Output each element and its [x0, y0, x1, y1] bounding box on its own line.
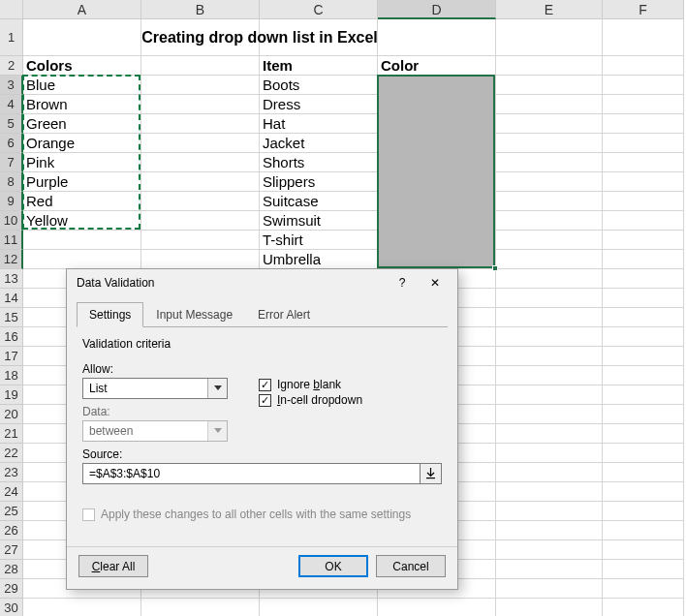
cell-E19[interactable] — [496, 385, 603, 405]
col-header-C[interactable]: C — [260, 0, 378, 19]
row-header[interactable]: 12 — [0, 250, 23, 269]
cell-C2[interactable]: Item — [260, 56, 378, 76]
cell-A12[interactable] — [23, 250, 141, 269]
cell-F4[interactable] — [603, 95, 684, 114]
row-header[interactable]: 22 — [0, 444, 23, 463]
cell-F10[interactable] — [603, 211, 684, 231]
cancel-button[interactable]: Cancel — [376, 555, 446, 577]
cell-F7[interactable] — [603, 153, 684, 172]
cell-F9[interactable] — [603, 192, 684, 211]
allow-select[interactable]: List — [82, 378, 228, 399]
col-header-E[interactable]: E — [496, 0, 603, 19]
cell-E13[interactable] — [496, 269, 603, 289]
cell-A3[interactable]: Blue — [23, 76, 141, 95]
cell-E25[interactable] — [496, 502, 603, 521]
cell-B30[interactable] — [141, 599, 260, 616]
row-header[interactable]: 29 — [0, 579, 23, 599]
select-all-corner[interactable] — [0, 0, 23, 19]
row-header[interactable]: 19 — [0, 385, 23, 405]
col-header-B[interactable]: B — [141, 0, 260, 19]
cell-F19[interactable] — [603, 385, 684, 405]
row-header[interactable]: 4 — [0, 95, 23, 114]
cell-B11[interactable] — [141, 231, 260, 250]
row-header[interactable]: 2 — [0, 56, 23, 76]
cell-A7[interactable]: Pink — [23, 153, 141, 172]
row-header[interactable]: 28 — [0, 560, 23, 579]
cell-E26[interactable] — [496, 521, 603, 540]
cell-F13[interactable] — [603, 269, 684, 289]
row-header[interactable]: 9 — [0, 192, 23, 211]
row-header[interactable]: 3 — [0, 76, 23, 95]
cell-C12[interactable]: Umbrella — [260, 250, 378, 269]
row-header[interactable]: 20 — [0, 405, 23, 424]
cell-B3[interactable] — [141, 76, 260, 95]
tab-settings[interactable]: Settings — [77, 302, 143, 327]
cell-F2[interactable] — [603, 56, 684, 76]
cell-F6[interactable] — [603, 134, 684, 153]
row-header[interactable]: 6 — [0, 134, 23, 153]
cell-D7[interactable] — [378, 153, 496, 172]
cell-E23[interactable] — [496, 463, 603, 482]
cell-A5[interactable]: Green — [23, 114, 141, 134]
cell-F29[interactable] — [603, 579, 684, 599]
row-header[interactable]: 16 — [0, 327, 23, 347]
help-button[interactable]: ? — [386, 271, 419, 294]
cell-B6[interactable] — [141, 134, 260, 153]
cell-C4[interactable]: Dress — [260, 95, 378, 114]
col-header-F[interactable]: F — [603, 0, 684, 19]
cell-E7[interactable] — [496, 153, 603, 172]
cell-D8[interactable] — [378, 172, 496, 192]
cell-C9[interactable]: Suitcase — [260, 192, 378, 211]
col-header-A[interactable]: A — [23, 0, 141, 19]
cell-B7[interactable] — [141, 153, 260, 172]
cell-E29[interactable] — [496, 579, 603, 599]
cell-E17[interactable] — [496, 347, 603, 366]
cell-F22[interactable] — [603, 444, 684, 463]
cell-C10[interactable]: Swimsuit — [260, 211, 378, 231]
cell-A4[interactable]: Brown — [23, 95, 141, 114]
cell-D6[interactable] — [378, 134, 496, 153]
cell-A11[interactable] — [23, 231, 141, 250]
cell-A6[interactable]: Orange — [23, 134, 141, 153]
cell-F3[interactable] — [603, 76, 684, 95]
dialog-titlebar[interactable]: Data Validation ? ✕ — [67, 269, 457, 296]
cell-D30[interactable] — [378, 599, 496, 616]
row-header[interactable]: 23 — [0, 463, 23, 482]
close-button[interactable]: ✕ — [419, 271, 452, 294]
cell-F11[interactable] — [603, 231, 684, 250]
cell-E27[interactable] — [496, 540, 603, 560]
row-header[interactable]: 7 — [0, 153, 23, 172]
cell-A9[interactable]: Red — [23, 192, 141, 211]
col-header-D[interactable]: D — [378, 0, 496, 19]
cell-E14[interactable] — [496, 289, 603, 308]
cell-C11[interactable]: T-shirt — [260, 231, 378, 250]
cell-C30[interactable] — [260, 599, 378, 616]
cell-E30[interactable] — [496, 599, 603, 616]
cell-B2[interactable] — [141, 56, 260, 76]
row-header[interactable]: 27 — [0, 540, 23, 560]
cell-B4[interactable] — [141, 95, 260, 114]
row-header[interactable]: 15 — [0, 308, 23, 327]
row-header[interactable]: 5 — [0, 114, 23, 134]
cell-E2[interactable] — [496, 56, 603, 76]
cell-B8[interactable] — [141, 172, 260, 192]
cell-E24[interactable] — [496, 482, 603, 502]
cell-E12[interactable] — [496, 250, 603, 269]
cell-A2[interactable]: Colors — [23, 56, 141, 76]
cell-C5[interactable]: Hat — [260, 114, 378, 134]
cell-F18[interactable] — [603, 366, 684, 385]
row-header[interactable]: 10 — [0, 211, 23, 231]
cell-A8[interactable]: Purple — [23, 172, 141, 192]
cell-D10[interactable] — [378, 211, 496, 231]
tab-error-alert[interactable]: Error Alert — [245, 302, 323, 327]
cell-E10[interactable] — [496, 211, 603, 231]
cell-D3[interactable] — [378, 76, 496, 95]
cell-D2[interactable]: Color — [378, 56, 496, 76]
cell-F5[interactable] — [603, 114, 684, 134]
cell-F17[interactable] — [603, 347, 684, 366]
row-header[interactable]: 8 — [0, 172, 23, 192]
cell-E21[interactable] — [496, 424, 603, 444]
cell-F21[interactable] — [603, 424, 684, 444]
row-header[interactable]: 30 — [0, 599, 23, 616]
cell-E11[interactable] — [496, 231, 603, 250]
